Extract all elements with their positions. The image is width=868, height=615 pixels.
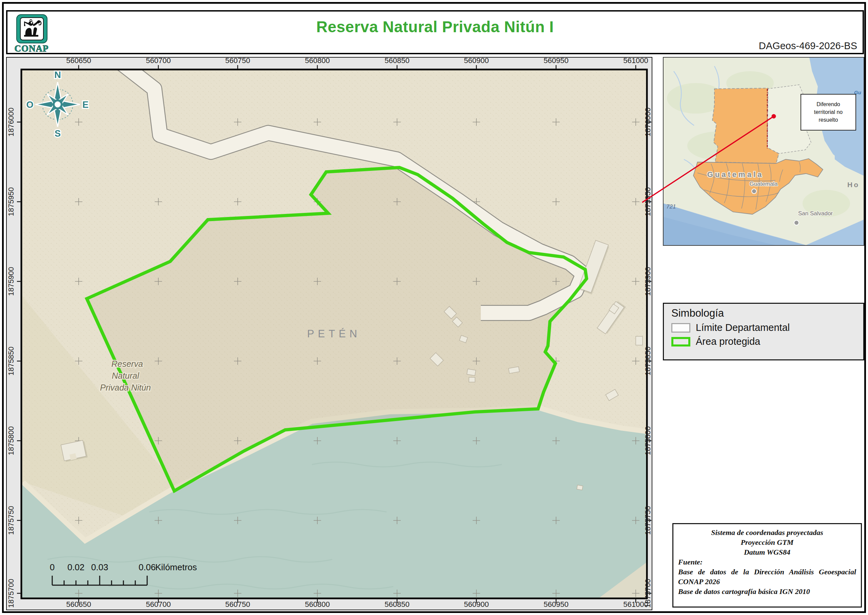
svg-text:territorial no: territorial no (814, 109, 843, 115)
coordinate-info-box: Sistema de coordenadas proyectadas Proye… (672, 523, 862, 607)
crs-line: Sistema de coordenadas proyectadas (678, 528, 856, 537)
compass-north-label: N (54, 70, 61, 80)
svg-text:Reserva: Reserva (111, 359, 143, 368)
document-id: DAGeos-469-2026-BS (759, 41, 857, 52)
axis-label: 1875850 (7, 347, 15, 376)
inset-honduras-label: Ho (847, 181, 860, 189)
axis-label: 1875850 (643, 347, 652, 376)
projection-line: Proyección GTM (678, 537, 856, 547)
svg-text:resuelto: resuelto (819, 117, 838, 123)
axis-label: 560750 (225, 58, 250, 65)
axis-label: 560700 (146, 600, 170, 609)
legend-item-departmental: Límite Departamental (671, 322, 863, 333)
legend-title: Simbología (671, 307, 863, 319)
axis-label: 560900 (464, 58, 489, 65)
map-canvas: PETÉN Reserva Natural Privada Nitún (7, 58, 654, 610)
axis-label: 560800 (305, 600, 329, 609)
page-title: Reserva Natural Privada Nitún I (8, 18, 863, 36)
axis-label: 560850 (384, 58, 409, 65)
axis-label: 1875750 (7, 506, 15, 535)
axis-label: 560750 (225, 600, 250, 609)
axis-label: 561000 (623, 58, 648, 65)
datum-line: Datum WGS84 (678, 547, 856, 557)
svg-text:0: 0 (50, 562, 55, 572)
axis-label: 560950 (543, 58, 568, 65)
source-line-2: Base de datos cartografía básica IGN 201… (678, 587, 856, 596)
scale-unit-label: Kilómetros (155, 562, 197, 572)
axis-label: 1875700 (7, 579, 15, 608)
map-document: CONAP Reserva Natural Privada Nitún I DA… (0, 0, 868, 615)
departmental-boundary-swatch (671, 323, 690, 332)
axis-label: 1875750 (643, 506, 652, 535)
compass-west-label: O (26, 100, 33, 110)
department-label: PETÉN (307, 328, 361, 340)
inset-country-label: Guatemala (707, 170, 764, 179)
axis-label: 1875900 (7, 267, 15, 296)
axis-label: 1875800 (643, 426, 652, 455)
inset-depth-label: 721 (666, 203, 676, 210)
axis-label: 1875900 (643, 267, 652, 296)
source-line-1: Base de datos de la Dirección Análisis G… (678, 567, 856, 587)
source-label: Fuente: (678, 557, 856, 567)
axis-label: 1876000 (7, 108, 15, 137)
svg-text:Privada Nitún: Privada Nitún (100, 383, 151, 392)
conap-logo-text: CONAP (11, 44, 52, 54)
map-frame-mat: PETÉN Reserva Natural Privada Nitún (6, 57, 653, 610)
svg-text:Diferendo: Diferendo (816, 101, 840, 107)
compass-east-label: E (83, 100, 89, 110)
legend: Simbología Límite Departamental Área pro… (663, 303, 864, 361)
axis-label: 560700 (146, 58, 170, 65)
inset-map: Guatemala Guatemala San Salvador 721 Ho … (663, 57, 864, 246)
svg-text:Natural: Natural (112, 371, 140, 380)
compass-south-label: S (55, 128, 61, 139)
axis-label: 1876000 (643, 108, 652, 137)
dispute-callout: Diferendo territorial no resuelto (801, 94, 856, 130)
axis-label: 560650 (66, 600, 91, 609)
svg-text:0.02: 0.02 (67, 562, 85, 572)
legend-item-protected: Área protegida (671, 336, 863, 347)
axis-label: 1875700 (643, 579, 652, 608)
svg-text:0.06: 0.06 (139, 562, 156, 572)
inset-capital-label: Guatemala (749, 181, 778, 187)
header: CONAP Reserva Natural Privada Nitún I DA… (6, 10, 864, 54)
axis-label: 560900 (464, 600, 489, 609)
axis-label: 1875950 (7, 187, 15, 216)
inset-sansalvador-label: San Salvador (798, 210, 833, 217)
axis-label: 1875950 (643, 187, 652, 216)
axis-label: 1875800 (7, 426, 15, 455)
axis-label: 560650 (66, 58, 91, 65)
axis-label: 560950 (543, 600, 568, 609)
axis-label: 560850 (384, 600, 409, 609)
svg-text:0.03: 0.03 (91, 562, 108, 572)
axis-label: 560800 (305, 58, 329, 65)
protected-area-swatch (671, 337, 690, 347)
